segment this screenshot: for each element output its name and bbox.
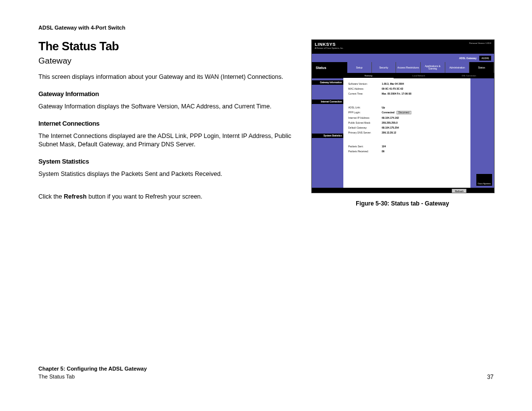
- section-text-stats: System Statistics displays the Packets S…: [38, 170, 297, 178]
- tab-apps[interactable]: Applications & Gaming: [421, 62, 445, 73]
- dns-label: Primary DNS Server:: [348, 131, 382, 134]
- dns-value: 206.13.29.12: [382, 131, 396, 134]
- subtab-gateway[interactable]: Gateway: [343, 73, 394, 78]
- device-model: AG041: [479, 56, 491, 61]
- section-text-internet: The Internet Connections displayed are t…: [38, 132, 297, 149]
- adsl-value: Up: [382, 106, 385, 109]
- disconnect-button[interactable]: Disconnect: [397, 111, 411, 114]
- subtab-local[interactable]: Local Network: [394, 73, 444, 78]
- side-label-internet: Internet Connection: [312, 100, 343, 104]
- ip-value: 69.104.174.162: [382, 116, 399, 119]
- brand-subtitle: A Division of Cisco Systems, Inc.: [315, 47, 343, 49]
- recv-label: Packets Received:: [348, 150, 382, 153]
- refresh-note: Click the Refresh button if you want to …: [38, 193, 297, 201]
- mac-value: 00-0C-41-F5-3C-62: [382, 87, 403, 90]
- tab-access[interactable]: Access Restrictions: [396, 62, 421, 73]
- page-subtitle: Gateway: [38, 56, 297, 66]
- adsl-label: ADSL Link:: [348, 106, 382, 109]
- brand-logo: LINKSYS: [315, 42, 343, 47]
- page-title: The Status Tab: [38, 39, 297, 53]
- mask-value: 255.255.255.0: [382, 121, 398, 124]
- device-name: ADSL Gateway: [459, 57, 476, 60]
- router-screenshot: LINKSYS A Division of Cisco Systems, Inc…: [311, 39, 495, 193]
- side-label-stats: System Statistics: [312, 134, 343, 138]
- tab-security[interactable]: Security: [372, 62, 397, 73]
- firmware-version: Firmware Version: 1.00.3: [469, 42, 491, 44]
- sw-version-label: Software Version:: [348, 82, 382, 85]
- time-value: Mar. 05 2004 Fri. 17:06:58: [382, 92, 411, 95]
- recv-value: 86: [382, 150, 385, 153]
- footer-chapter: Chapter 5: Configuring the ADSL Gateway: [38, 365, 147, 373]
- sw-version-value: 1.00.3, Mar 04 2004: [382, 82, 404, 85]
- gw-value: 69.104.175.254: [382, 126, 399, 129]
- tab-setup[interactable]: Setup: [347, 62, 372, 73]
- refresh-button[interactable]: Refresh: [452, 189, 466, 193]
- page-number: 37: [487, 374, 494, 380]
- time-label: Current Time:: [348, 92, 382, 95]
- doc-header: ADSL Gateway with 4-Port Switch: [38, 25, 494, 31]
- sent-value: 104: [382, 145, 386, 148]
- cisco-logo: Cisco Systems: [476, 174, 492, 186]
- section-text-gateway-info: Gateway Information displays the Softwar…: [38, 103, 297, 111]
- mac-label: MAC Address:: [348, 87, 382, 90]
- subtab-dsl[interactable]: DSL Connection: [444, 73, 494, 78]
- ppp-label: PPP Login:: [348, 111, 382, 114]
- footer-section: The Status Tab: [38, 373, 147, 380]
- side-label-gateway-info: Gateway Information: [312, 80, 343, 85]
- tab-status[interactable]: Status: [469, 62, 494, 73]
- sent-label: Packets Sent:: [348, 145, 382, 148]
- intro-text: This screen displays information about y…: [38, 73, 297, 81]
- gw-label: Default Gateway:: [348, 126, 382, 129]
- section-heading-gateway-info: Gateway Information: [38, 90, 297, 98]
- mask-label: Public Subnet Mask:: [348, 121, 382, 124]
- figure-caption: Figure 5-30: Status tab - Gateway: [311, 200, 494, 207]
- ip-label: Internet IP Address:: [348, 116, 382, 119]
- section-heading-internet: Internet Connections: [38, 120, 297, 127]
- tab-admin[interactable]: Administration: [445, 62, 470, 73]
- ppp-value: ConnectedDisconnect: [382, 111, 411, 114]
- status-label: Status: [312, 62, 347, 73]
- section-heading-stats: System Statistics: [38, 158, 297, 165]
